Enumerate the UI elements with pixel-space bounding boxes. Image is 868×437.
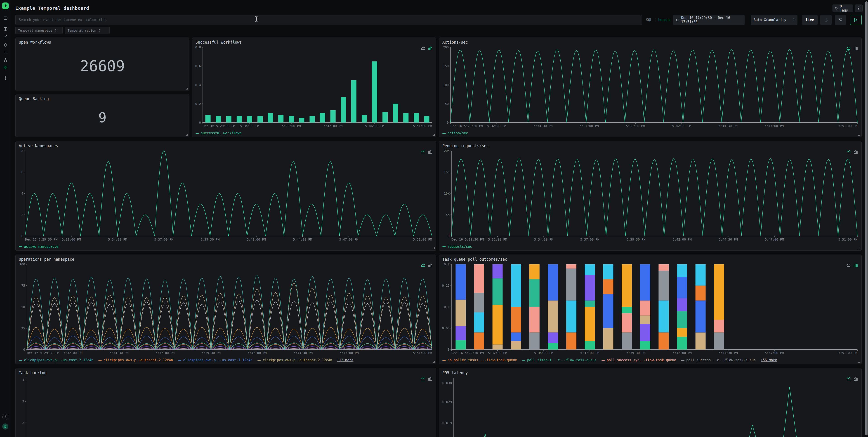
search-input[interactable] — [19, 18, 639, 22]
time-range-picker[interactable]: Dec 16 17:29:30 - Dec 16 17:51:30 — [673, 15, 745, 25]
legend-item[interactable]: clickpipes-aws-p..-us-east-2.12c4n — [19, 358, 93, 362]
svg-text:5:42:00 PM: 5:42:00 PM — [672, 124, 691, 128]
chart-legend: clickpipes-aws-p..-us-east-2.12c4nclickp… — [19, 358, 353, 362]
resize-handle[interactable] — [858, 247, 860, 249]
successful-workflows-chart[interactable]: 00.20.40.60.8Dec 16 5:29:30 PM5:34:00 PM… — [194, 45, 434, 128]
bar-view-toggle-icon[interactable] — [854, 263, 858, 267]
legend-item[interactable]: clickpipes-aws-p..-us-east-1.12c4n — [178, 358, 252, 362]
filter-temporal-namespace[interactable]: Temporal namespace — [16, 27, 63, 34]
resize-handle[interactable] — [433, 134, 435, 136]
legend-item[interactable]: clickpipes-aws-p..outheast-2.12c4n — [98, 358, 173, 362]
bar-view-toggle-icon[interactable] — [428, 150, 432, 154]
dashboards-icon[interactable] — [0, 26, 11, 32]
line-view-toggle-icon[interactable] — [421, 263, 426, 267]
bar-view-toggle-icon[interactable] — [854, 150, 858, 154]
legend-item[interactable]: poll_success · c..-flow-task-queue — [681, 358, 756, 362]
topology-icon[interactable] — [0, 57, 11, 63]
legend-item[interactable]: no_poller_tasks ..-flow-task-queue — [442, 358, 517, 362]
active-namespaces-chart[interactable]: 02468Dec 16 5:29:30 PM5:32:00 PM5:34:30 … — [18, 149, 434, 242]
funnel-filter-icon — [838, 18, 842, 22]
granularity-select[interactable]: Auto Granularity — [751, 15, 798, 25]
legend-item[interactable]: action/sec — [442, 131, 468, 135]
panel-actions-sec: Actions/sec 050100150200Dec 16 5:29:30 P… — [439, 37, 862, 137]
svg-text:3: 3 — [22, 400, 24, 403]
lang-lucene[interactable]: Lucene — [658, 18, 671, 22]
panel-title: Actions/sec — [442, 40, 468, 44]
tag-icon — [835, 7, 838, 10]
legend-more-link[interactable]: +12 more — [337, 358, 353, 362]
legend-item[interactable]: requests/sec — [442, 245, 472, 249]
alerts-bell-icon[interactable] — [0, 41, 11, 48]
app-logo[interactable] — [2, 2, 9, 9]
refresh-button[interactable] — [820, 15, 832, 25]
play-icon — [854, 18, 857, 22]
metrics-icon[interactable] — [0, 33, 11, 40]
legend-item[interactable]: active namespaces — [19, 245, 59, 249]
resize-handle[interactable] — [858, 134, 860, 136]
panel-title: Active Namespaces — [19, 144, 58, 148]
bar-view-toggle-icon[interactable] — [428, 263, 432, 267]
run-query-button[interactable] — [850, 15, 862, 25]
terminal-icon[interactable] — [0, 49, 11, 56]
bar-view-toggle-icon[interactable] — [428, 377, 432, 381]
legend-swatch — [257, 360, 261, 361]
task-queue-poll-chart[interactable]: 00.050.10.150.2Dec 16 5:29:30 PM5:32:00 … — [441, 262, 860, 355]
svg-text:Dec 16 5:29:30 PM: Dec 16 5:29:30 PM — [451, 124, 483, 128]
page-scrollbar-thumb[interactable] — [865, 1, 868, 435]
settings-gear-icon[interactable] — [0, 74, 11, 82]
search-bar[interactable] — [16, 15, 642, 25]
panel-title: Open Workflows — [19, 40, 51, 44]
legend-item[interactable]: successful workflows — [195, 131, 242, 135]
line-view-toggle-icon[interactable] — [421, 46, 426, 50]
line-view-toggle-icon[interactable] — [846, 150, 851, 154]
bar-view-toggle-icon[interactable] — [854, 46, 858, 50]
bar-view-toggle-icon[interactable] — [428, 46, 432, 50]
live-button[interactable]: Live — [802, 15, 817, 25]
svg-text:100: 100 — [443, 83, 449, 87]
line-view-toggle-icon[interactable] — [846, 377, 851, 381]
resize-handle[interactable] — [186, 134, 188, 136]
p95-latency-chart[interactable]: 0.0380.0290.019 — [441, 376, 860, 437]
lang-sql[interactable]: SQL — [646, 18, 652, 22]
legend-item[interactable]: clickpipes-aws-p..outheast-2.12c4n — [257, 358, 332, 362]
panel-title: Task backlog — [19, 371, 46, 375]
resize-handle[interactable] — [433, 247, 435, 249]
line-view-toggle-icon[interactable] — [421, 377, 426, 381]
svg-text:0.029: 0.029 — [442, 400, 452, 404]
user-avatar[interactable]: D — [2, 424, 8, 430]
svg-text:5:34:00 PM: 5:34:00 PM — [240, 124, 259, 128]
svg-text:5:51:00 PM: 5:51:00 PM — [838, 238, 857, 241]
resize-handle[interactable] — [186, 88, 188, 90]
svg-text:5:32:00 PM: 5:32:00 PM — [63, 351, 82, 355]
sidebar-collapse-icon[interactable] — [0, 15, 11, 22]
kebab-menu-icon — [858, 6, 859, 10]
query-language-toggle[interactable]: SQL | Lucene — [646, 15, 671, 25]
svg-text:4: 4 — [22, 378, 24, 382]
actions-sec-chart[interactable]: 050100150200Dec 16 5:29:30 PM5:32:00 PM5… — [441, 45, 860, 128]
line-view-toggle-icon[interactable] — [846, 263, 851, 267]
filter-temporal-region[interactable]: Temporal region — [65, 27, 110, 34]
svg-text:0: 0 — [448, 348, 450, 351]
resize-handle[interactable] — [858, 361, 860, 363]
task-backlog-chart[interactable]: 432 — [18, 376, 434, 437]
svg-text:5:39:30 PM: 5:39:30 PM — [200, 238, 219, 241]
legend-item[interactable]: poll_success_syn..-flow-task-queue — [601, 358, 676, 362]
legend-label: clickpipes-aws-p..outheast-2.12c4n — [103, 358, 173, 362]
operations-namespace-chart[interactable]: 0255075100Dec 16 5:29:30 PM5:32:00 PM5:3… — [18, 262, 434, 355]
line-view-toggle-icon[interactable] — [846, 46, 851, 50]
apps-grid-icon[interactable] — [0, 64, 11, 71]
panel-active-namespaces: Active Namespaces 02468Dec 16 5:29:30 PM… — [16, 141, 436, 251]
svg-text:5:44:30 PM: 5:44:30 PM — [293, 238, 312, 241]
legend-more-link[interactable]: +56 more — [761, 358, 777, 362]
pending-requests-chart[interactable]: 05K10K15K20KDec 16 5:29:30 PM5:32:00 PM5… — [441, 149, 860, 242]
legend-item[interactable]: poll_timeout · c..-flow-task-queue — [522, 358, 596, 362]
more-menu-button[interactable] — [855, 4, 863, 12]
resize-handle[interactable] — [433, 361, 435, 363]
tags-button[interactable]: 0 Tags — [833, 4, 853, 12]
svg-text:25: 25 — [21, 326, 25, 330]
help-button[interactable]: ? — [2, 414, 8, 420]
filter-button[interactable] — [835, 15, 846, 25]
svg-text:5K: 5K — [446, 213, 450, 217]
line-view-toggle-icon[interactable] — [421, 150, 426, 154]
bar-view-toggle-icon[interactable] — [854, 377, 858, 381]
